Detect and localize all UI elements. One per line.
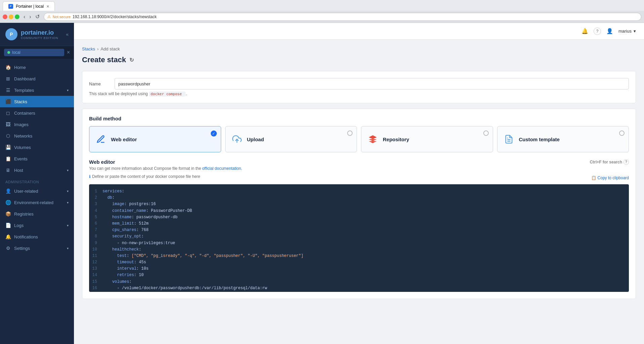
sidebar-item-registries[interactable]: 📦 Registries bbox=[0, 208, 74, 220]
code-line: 3 image: postgres:16 bbox=[89, 201, 629, 207]
networks-icon: ⬡ bbox=[5, 133, 11, 139]
chevron-icon: ▾ bbox=[67, 168, 69, 172]
env-close-button[interactable]: × bbox=[67, 49, 70, 55]
topbar: 🔔 ? 👤 marius ▾ bbox=[74, 23, 644, 40]
method-card-repository[interactable]: Repository bbox=[361, 126, 493, 152]
code-line: 17 environment: bbox=[89, 292, 629, 292]
breadcrumb-stacks-link[interactable]: Stacks bbox=[82, 46, 95, 51]
sidebar-item-label: Templates bbox=[14, 88, 34, 93]
hint-info-icon: ℹ bbox=[89, 174, 91, 179]
sidebar-item-events[interactable]: 📋 Events bbox=[0, 153, 74, 164]
code-line: 14 retries: 10 bbox=[89, 272, 629, 278]
name-card: Name This stack will be deployed using d… bbox=[82, 71, 636, 103]
sidebar-collapse-button[interactable]: « bbox=[66, 32, 69, 37]
code-editor[interactable]: 1services:2 db:3 image: postgres:164 con… bbox=[89, 184, 629, 292]
code-line: 8 security_opt: bbox=[89, 233, 629, 240]
logo-name: portainer.io bbox=[21, 29, 58, 36]
window-minimize[interactable] bbox=[9, 14, 13, 19]
logo-text: portainer.io COMMUNITY EDITION bbox=[21, 29, 58, 40]
user-menu[interactable]: marius ▾ bbox=[618, 29, 636, 34]
env-badge[interactable]: local bbox=[4, 49, 64, 56]
user-profile-icon[interactable]: 👤 bbox=[605, 27, 614, 36]
dashboard-icon: ⊞ bbox=[5, 76, 11, 81]
method-card-custom-template[interactable]: Custom template bbox=[497, 126, 629, 152]
window-close[interactable] bbox=[3, 14, 7, 19]
editor-title-row: Web editor Ctrl+F for search ? bbox=[89, 159, 629, 165]
upload-icon bbox=[231, 133, 243, 145]
window-controls bbox=[3, 14, 19, 19]
sidebar-item-networks[interactable]: ⬡ Networks bbox=[0, 130, 74, 142]
sidebar-navigation: 🏠 Home ⊞ Dashboard ☰ Templates ▾ ⬛ Stack… bbox=[0, 59, 74, 344]
env-name: local bbox=[12, 50, 21, 55]
app-layout: P portainer.io COMMUNITY EDITION « local… bbox=[0, 23, 644, 344]
sidebar-item-host[interactable]: 🖥 Host ▾ bbox=[0, 164, 74, 176]
sidebar-item-dashboard[interactable]: ⊞ Dashboard bbox=[0, 73, 74, 84]
tab-favicon: P bbox=[8, 4, 13, 9]
sidebar-item-label: Volumes bbox=[14, 145, 31, 150]
env-status-dot bbox=[7, 51, 10, 54]
deploy-info-text: This stack will be deployed using docker… bbox=[89, 91, 629, 96]
sidebar-item-logs[interactable]: 📄 Logs ▾ bbox=[0, 220, 74, 231]
ctrl-help-icon: ? bbox=[623, 159, 629, 165]
copy-to-clipboard-button[interactable]: 📋 Copy to clipboard bbox=[591, 176, 629, 180]
chevron-icon: ▾ bbox=[67, 201, 69, 204]
tab-close-button[interactable]: × bbox=[46, 4, 49, 9]
clipboard-icon: 📋 bbox=[591, 176, 596, 180]
reload-button[interactable]: ↺ bbox=[34, 13, 41, 21]
home-icon: 🏠 bbox=[5, 65, 11, 70]
stacks-icon: ⬛ bbox=[5, 99, 11, 104]
build-method-label: Build method bbox=[89, 116, 629, 121]
web-editor-icon bbox=[95, 133, 107, 145]
editor-description: You can get more information about Compo… bbox=[89, 166, 629, 171]
sidebar-item-label: Host bbox=[14, 168, 23, 173]
sidebar-item-env-related[interactable]: 🌐 Environment-related ▾ bbox=[0, 197, 74, 208]
method-card-web-editor[interactable]: Web editor ✓ bbox=[89, 126, 221, 152]
name-label: Name bbox=[89, 81, 109, 86]
method-card-upload[interactable]: Upload bbox=[225, 126, 357, 152]
upload-label: Upload bbox=[247, 137, 264, 142]
method-cards-container: Web editor ✓ Upload bbox=[89, 126, 629, 152]
custom-template-icon bbox=[503, 133, 515, 145]
sidebar-item-containers[interactable]: ◻ Containers bbox=[0, 107, 74, 119]
code-line: 9 - no-new-privileges:true bbox=[89, 240, 629, 246]
help-icon[interactable]: ? bbox=[594, 28, 601, 35]
sidebar-item-templates[interactable]: ☰ Templates ▾ bbox=[0, 84, 74, 96]
logs-icon: 📄 bbox=[5, 223, 11, 228]
sidebar-item-label: Registries bbox=[14, 212, 34, 217]
code-line: 12 timeout: 45s bbox=[89, 259, 629, 266]
official-docs-link[interactable]: official documentation. bbox=[202, 166, 242, 171]
chevron-icon: ▾ bbox=[67, 88, 69, 92]
address-bar[interactable]: ⚠ Not secure 192.168.1.18:9000/#/2/docke… bbox=[44, 13, 641, 21]
tab-title: Portainer | local bbox=[16, 4, 44, 9]
window-maximize[interactable] bbox=[15, 14, 19, 19]
user-related-icon: 👤 bbox=[5, 188, 11, 194]
notifications-bell-icon[interactable]: 🔔 bbox=[580, 27, 590, 36]
sidebar-item-volumes[interactable]: 💾 Volumes bbox=[0, 142, 74, 153]
username-label: marius bbox=[618, 29, 632, 34]
sidebar-item-user-related[interactable]: 👤 User-related ▾ bbox=[0, 185, 74, 197]
sidebar-item-label: Images bbox=[14, 122, 29, 127]
sidebar-item-label: Stacks bbox=[14, 99, 27, 104]
refresh-icon[interactable]: ↻ bbox=[129, 57, 134, 63]
code-line: 2 db: bbox=[89, 195, 629, 201]
page-content: Stacks › Add stack Create stack ↻ Name T… bbox=[74, 40, 644, 344]
logo-sub: COMMUNITY EDITION bbox=[21, 36, 58, 40]
chevron-icon: ▾ bbox=[67, 224, 69, 227]
back-button[interactable]: ‹ bbox=[22, 13, 27, 21]
chevron-icon: ▾ bbox=[67, 246, 69, 250]
sidebar-logo: P portainer.io COMMUNITY EDITION « bbox=[0, 23, 74, 46]
breadcrumb-current: Add stack bbox=[100, 46, 120, 51]
sidebar-item-images[interactable]: 🖼 Images bbox=[0, 119, 74, 130]
sidebar-item-notifications[interactable]: 🔔 Notifications bbox=[0, 231, 74, 242]
stack-name-input[interactable] bbox=[115, 78, 629, 89]
nav-buttons: ‹ › ↺ bbox=[22, 13, 41, 21]
sidebar-item-settings[interactable]: ⚙ Settings ▾ bbox=[0, 242, 74, 254]
sidebar-item-home[interactable]: 🏠 Home bbox=[0, 62, 74, 73]
volumes-icon: 💾 bbox=[5, 145, 11, 150]
sidebar-item-stacks[interactable]: ⬛ Stacks bbox=[0, 96, 74, 107]
browser-chrome: ‹ › ↺ ⚠ Not secure 192.168.1.18:9000/#/2… bbox=[0, 11, 644, 23]
repository-icon bbox=[367, 133, 379, 145]
browser-tab[interactable]: P Portainer | local × bbox=[3, 1, 55, 11]
forward-button[interactable]: › bbox=[28, 13, 32, 21]
editor-hint: ℹ Define or paste the content of your do… bbox=[89, 174, 200, 179]
